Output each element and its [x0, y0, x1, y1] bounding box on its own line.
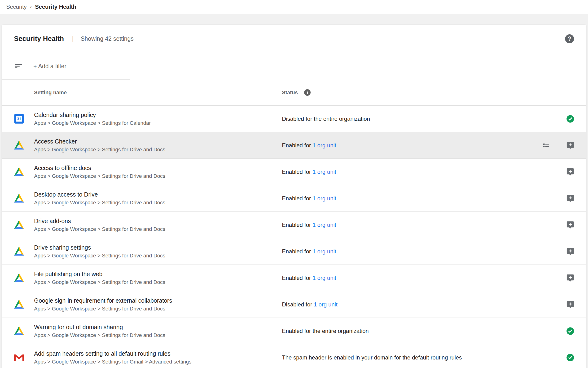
table-row[interactable]: Add spam headers setting to all default …	[2, 344, 586, 368]
status-text: Enabled for the entire organization	[282, 328, 369, 334]
add-filter-button[interactable]: + Add a filter	[33, 63, 66, 70]
extra-icon-placeholder	[542, 247, 551, 256]
setting-name: Add spam headers setting to all default …	[34, 350, 282, 357]
help-icon[interactable]	[565, 34, 574, 43]
table-row[interactable]: 31Calendar sharing policyApps > Google W…	[2, 106, 586, 132]
setting-path: Apps > Google Workspace > Settings for D…	[34, 279, 282, 285]
extra-icon-placeholder	[542, 274, 551, 283]
table-row[interactable]: File publishing on the webApps > Google …	[2, 265, 586, 291]
setting-text: Desktop access to DriveApps > Google Wor…	[34, 191, 282, 206]
org-unit-link[interactable]: 1 org unit	[312, 195, 336, 202]
title-divider: |	[72, 35, 74, 42]
setting-status: Enabled for the entire organization	[282, 328, 542, 334]
setting-text: Drive add-onsApps > Google Workspace > S…	[34, 217, 282, 232]
setting-path: Apps > Google Workspace > Settings for D…	[34, 226, 282, 232]
setting-path: Apps > Google Workspace > Settings for D…	[34, 305, 282, 312]
setting-status: Enabled for 1 org unit	[282, 222, 542, 228]
calendar-icon: 31	[13, 113, 25, 125]
setting-status: Disabled for the entire organization	[282, 116, 542, 122]
org-unit-link[interactable]: 1 org unit	[312, 275, 336, 281]
flag-add-icon[interactable]	[566, 141, 575, 150]
setting-text: Drive sharing settingsApps > Google Work…	[34, 244, 282, 259]
setting-status: Enabled for 1 org unit	[282, 142, 542, 149]
drive-icon	[13, 219, 25, 231]
table-row[interactable]: Google sign-in requirement for external …	[2, 291, 586, 318]
extra-icon-placeholder	[542, 221, 551, 230]
setting-name: Warning for out of domain sharing	[34, 323, 282, 331]
table-header: Setting name Status	[2, 80, 586, 106]
setting-path: Apps > Google Workspace > Settings for D…	[34, 173, 282, 180]
setting-path: Apps > Google Workspace > Settings for D…	[34, 146, 282, 153]
flag-add-icon[interactable]	[566, 274, 575, 283]
table-row[interactable]: Desktop access to DriveApps > Google Wor…	[2, 185, 586, 212]
setting-name: Drive add-ons	[34, 217, 282, 225]
setting-name: Access Checker	[34, 138, 282, 145]
setting-text: Access to offline docsApps > Google Work…	[34, 164, 282, 180]
setting-path: Apps > Google Workspace > Settings for C…	[34, 120, 282, 127]
table-row[interactable]: Access CheckerApps > Google Workspace > …	[2, 132, 586, 159]
status-text: Enabled for	[282, 142, 312, 148]
table-row[interactable]: Drive add-onsApps > Google Workspace > S…	[2, 212, 586, 238]
org-unit-link[interactable]: 1 org unit	[312, 169, 336, 175]
status-text: Disabled for the entire organization	[282, 116, 370, 122]
extra-icon-placeholder	[542, 167, 551, 176]
setting-name: Google sign-in requirement for external …	[34, 297, 282, 304]
info-icon[interactable]	[303, 89, 311, 96]
extra-icon-placeholder	[542, 353, 551, 362]
breadcrumb-security[interactable]: Security	[6, 4, 27, 10]
page-title: Security Health	[14, 35, 64, 43]
column-setting-name: Setting name	[34, 90, 282, 96]
org-unit-link[interactable]: 1 org unit	[312, 248, 336, 255]
drive-icon	[13, 325, 25, 337]
filter-bar: + Add a filter	[2, 53, 586, 80]
status-text: Disabled for	[282, 301, 314, 308]
setting-name: File publishing on the web	[34, 270, 282, 278]
drive-icon	[13, 298, 25, 311]
setting-status: Enabled for 1 org unit	[282, 275, 542, 281]
check-circle-icon	[566, 114, 575, 123]
flag-add-icon[interactable]	[566, 194, 575, 203]
table-row[interactable]: Warning for out of domain sharingApps > …	[2, 318, 586, 344]
filter-icon[interactable]	[14, 62, 23, 71]
flag-add-icon[interactable]	[566, 221, 575, 230]
setting-status: The spam header is enabled in your domai…	[282, 354, 542, 361]
org-unit-link[interactable]: 1 org unit	[312, 142, 336, 148]
table-row[interactable]: Drive sharing settingsApps > Google Work…	[2, 238, 586, 265]
setting-status: Enabled for 1 org unit	[282, 248, 542, 255]
setting-path: Apps > Google Workspace > Settings for D…	[34, 332, 282, 339]
status-text: Enabled for	[282, 222, 312, 228]
setting-text: Calendar sharing policyApps > Google Wor…	[34, 111, 282, 127]
setting-path: Apps > Google Workspace > Settings for D…	[34, 252, 282, 259]
extra-icon-placeholder	[542, 114, 551, 123]
flag-add-icon[interactable]	[566, 167, 575, 176]
status-text: Enabled for	[282, 275, 312, 281]
status-text: Enabled for	[282, 195, 312, 202]
status-text: The spam header is enabled in your domai…	[282, 354, 462, 361]
org-unit-link[interactable]: 1 org unit	[314, 301, 338, 308]
flag-add-icon[interactable]	[566, 300, 575, 309]
status-text: Enabled for	[282, 248, 312, 255]
setting-status: Enabled for 1 org unit	[282, 195, 542, 202]
security-health-card: Security Health | Showing 42 settings + …	[2, 25, 586, 368]
org-unit-link[interactable]: 1 org unit	[312, 222, 336, 228]
extra-icon-placeholder	[542, 300, 551, 309]
drive-icon	[13, 139, 25, 151]
table-row[interactable]: Access to offline docsApps > Google Work…	[2, 159, 586, 185]
setting-name: Desktop access to Drive	[34, 191, 282, 198]
breadcrumb: Security › Security Health	[0, 0, 588, 14]
gmail-icon	[13, 351, 25, 364]
chevron-right-icon: ›	[30, 4, 32, 10]
setting-text: File publishing on the webApps > Google …	[34, 270, 282, 285]
settings-table-body: 31Calendar sharing policyApps > Google W…	[2, 106, 586, 368]
extra-icon-placeholder	[542, 327, 551, 336]
check-circle-icon	[566, 327, 575, 336]
drive-icon	[13, 192, 25, 204]
setting-path: Apps > Google Workspace > Settings for D…	[34, 199, 282, 206]
breadcrumb-current-page: Security Health	[35, 4, 76, 10]
settings-count: Showing 42 settings	[81, 35, 134, 42]
setting-text: Google sign-in requirement for external …	[34, 297, 282, 312]
status-text: Enabled for	[282, 169, 312, 175]
extra-icon-placeholder	[542, 194, 551, 203]
setting-text: Access CheckerApps > Google Workspace > …	[34, 138, 282, 153]
flag-add-icon[interactable]	[566, 247, 575, 256]
